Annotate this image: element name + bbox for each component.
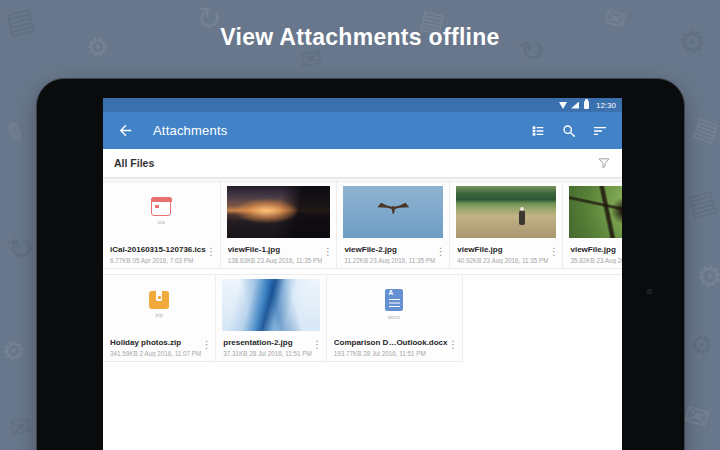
ics-file-icon [151,198,171,216]
file-grid-row: ics iCal-20160315-120736.ics 6.77KB 05 A… [103,181,622,269]
file-texts: viewFile.jpg 40.92KB 23 Aug 2016, 11:35 … [457,245,548,264]
status-bar: 12:30 [103,98,622,112]
overflow-menu-icon[interactable] [322,245,333,257]
file-name: Holiday photos.zip [110,338,201,348]
file-thumbnail [450,182,562,240]
file-meta: 11.22KB 23 Aug 2016, 11:35 PM [344,257,435,264]
file-type-icon-wrap: docx [327,275,462,333]
app-bar: Attachments [103,112,622,149]
tablet-camera [647,289,652,294]
bird-silhouette [377,202,409,214]
file-name: Comparison D…Outlook.docx [334,338,448,348]
file-meta: 37.31KB 28 Jul 2016, 11:51 PM [223,350,311,357]
file-texts: presentation-2.jpg 37.31KB 28 Jul 2016, … [223,338,311,357]
file-tile[interactable]: docx Comparison D…Outlook.docx 193.77KB … [327,275,463,362]
pattern-gear-icon [688,330,715,360]
file-type-caption: docx [388,314,401,320]
thumbnail-bird-sky [343,186,443,238]
file-texts: iCal-20160315-120736.ics 6.77KB 05 Apr 2… [110,245,206,264]
view-list-icon[interactable] [530,123,546,139]
file-label-row: Comparison D…Outlook.docx 193.77KB 28 Ju… [327,333,462,357]
funnel-icon[interactable] [597,156,611,170]
file-label-row: viewFile.jpg 35.82KB 23 Aug 2016, 11:35 … [563,240,622,264]
app-bar-actions [530,123,608,139]
all-files-bar: All Files [103,149,622,178]
thumbnail-blue-waves [222,279,319,331]
file-type-icon-wrap: ics [103,182,220,240]
page-title: Attachments [153,123,227,138]
all-files-label: All Files [114,157,154,169]
file-thumbnail [337,182,449,240]
file-tile[interactable]: zip Holiday photos.zip 341.59KB 2 Aug 20… [103,275,216,362]
file-label-row: viewFile-1.jpg 138.63KB 23 Aug 2016, 11:… [221,240,337,264]
pattern-gear-icon [694,260,720,293]
thumbnail-sunset-railway [227,186,331,238]
file-name: viewFile.jpg [570,245,622,255]
pattern-refresh-icon [3,228,39,267]
overflow-menu-icon[interactable] [448,338,459,350]
battery-icon [584,101,589,109]
thumbnail-plant-macro [569,186,622,238]
file-tile[interactable]: presentation-2.jpg 37.31KB 28 Jul 2016, … [216,275,326,362]
file-name: iCal-20160315-120736.ics [110,245,206,255]
file-texts: viewFile-1.jpg 138.63KB 23 Aug 2016, 11:… [228,245,323,264]
file-name: viewFile-1.jpg [228,245,323,255]
file-label-row: viewFile-2.jpg 11.22KB 23 Aug 2016, 11:3… [337,240,449,264]
file-type-icon-wrap: zip [103,275,215,333]
file-meta: 6.77KB 05 Apr 2016, 7:03 PM [110,257,206,264]
pattern-document-icon [690,113,720,146]
file-label-row: iCal-20160315-120736.ics 6.77KB 05 Apr 2… [103,240,220,264]
file-texts: Holiday photos.zip 341.59KB 2 Aug 2016, … [110,338,201,357]
file-meta: 40.92KB 23 Aug 2016, 11:35 PM [457,257,548,264]
file-label-row: viewFile.jpg 40.92KB 23 Aug 2016, 11:35 … [450,240,562,264]
file-thumbnail [221,182,337,240]
sort-icon[interactable] [592,123,608,139]
tablet-frame: 12:30 Attachments [36,78,685,450]
status-time: 12:30 [596,101,616,110]
file-type-caption: zip [155,312,163,318]
pattern-mail-icon [8,412,35,442]
file-grid: ics iCal-20160315-120736.ics 6.77KB 05 A… [103,178,622,362]
promo-screenshot: View Attachments offline 12:30 Attachmen… [0,0,720,450]
file-grid-row: zip Holiday photos.zip 341.59KB 2 Aug 20… [103,274,622,362]
file-texts: viewFile-2.jpg 11.22KB 23 Aug 2016, 11:3… [344,245,435,264]
pattern-document-icon [684,185,720,222]
search-icon[interactable] [561,123,577,139]
file-meta: 35.82KB 23 Aug 2016, 11:35 PM [570,257,622,264]
file-texts: Comparison D…Outlook.docx 193.77KB 28 Ju… [334,338,448,357]
banner-title: View Attachments offline [0,24,720,51]
file-name: viewFile-2.jpg [344,245,435,255]
overflow-menu-icon[interactable] [435,245,446,257]
file-name: presentation-2.jpg [223,338,311,348]
file-thumbnail: zip [103,275,215,333]
file-texts: viewFile.jpg 35.82KB 23 Aug 2016, 11:35 … [570,245,622,264]
back-button[interactable] [117,122,134,139]
file-thumbnail: docx [327,275,462,333]
file-meta: 138.63KB 23 Aug 2016, 11:35 PM [228,257,323,264]
tablet-screen: 12:30 Attachments [103,98,622,450]
pattern-pen-icon [0,117,30,150]
overflow-menu-icon[interactable] [548,245,559,257]
zip-file-icon [149,291,169,309]
cellular-icon [571,102,579,109]
file-tile[interactable]: viewFile.jpg 35.82KB 23 Aug 2016, 11:35 … [563,182,622,269]
file-name: viewFile.jpg [457,245,548,255]
wifi-icon [559,102,567,109]
file-tile[interactable]: viewFile-2.jpg 11.22KB 23 Aug 2016, 11:3… [337,182,450,269]
overflow-menu-icon[interactable] [201,338,212,350]
file-tile[interactable]: ics iCal-20160315-120736.ics 6.77KB 05 A… [103,182,221,269]
file-thumbnail [563,182,622,240]
file-tile[interactable]: viewFile-1.jpg 138.63KB 23 Aug 2016, 11:… [221,182,338,269]
thumbnail-park-path [456,186,556,238]
file-meta: 193.77KB 28 Jul 2016, 11:51 PM [334,350,448,357]
docx-file-icon [385,289,403,311]
pattern-mail-icon [680,399,712,435]
overflow-menu-icon[interactable] [312,338,323,350]
pattern-gear-icon [0,336,27,366]
file-meta: 341.59KB 2 Aug 2016, 11:07 PM [110,350,201,357]
overflow-menu-icon[interactable] [206,245,217,257]
file-tile[interactable]: viewFile.jpg 40.92KB 23 Aug 2016, 11:35 … [450,182,563,269]
file-label-row: presentation-2.jpg 37.31KB 28 Jul 2016, … [216,333,325,357]
file-type-caption: ics [158,219,166,225]
file-thumbnail [216,275,325,333]
